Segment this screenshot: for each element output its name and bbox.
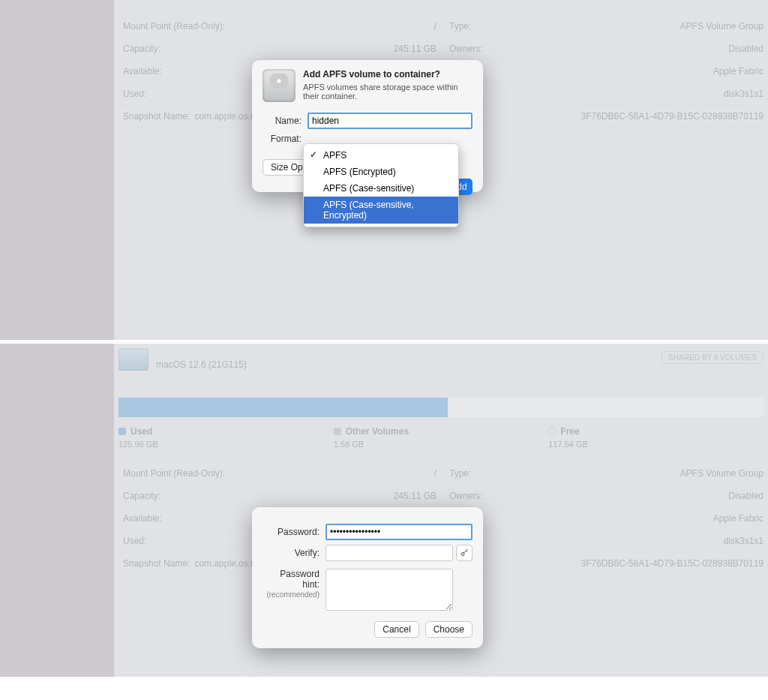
bottom-screenshot: macOS 12.6 (21G115) SHARED BY 6 VOLUMES … [0, 344, 768, 677]
format-label: Format: [262, 134, 308, 144]
device-value: disk3s1s1 [554, 89, 768, 99]
password-input[interactable] [326, 524, 472, 540]
cancel-button[interactable]: Cancel [374, 621, 418, 638]
macos-version: macOS 12.6 (21G115) [156, 359, 247, 370]
snapshot-label-2: Snapshot Name: [123, 558, 190, 569]
dialog-subtitle: APFS volumes share storage space within … [303, 83, 472, 101]
mountpoint-label: Mount Point (Read-Only): [118, 21, 351, 32]
type-label-2: Type: [441, 462, 554, 484]
volume-disk-icon [118, 348, 148, 371]
legend-other-label: Other Volumes [346, 426, 409, 437]
hint-label: Password hint: [262, 569, 320, 590]
owners-label-2: Owners: [441, 485, 554, 506]
mountpoint-value-2: / [351, 468, 441, 479]
key-icon[interactable] [456, 545, 472, 561]
uuid-value: 3F76DB6C-58A1-4D79-B15C-028938B70119 [554, 111, 768, 122]
type-value-2: APFS Volume Group [554, 468, 768, 479]
owners-value: Disabled [554, 44, 768, 54]
capacity-value-2: 245.11 GB [351, 491, 441, 501]
device-value-2: disk3s1s1 [554, 536, 768, 546]
usage-used-segment [118, 398, 448, 417]
password-label: Password: [262, 527, 326, 537]
format-option-apfs-cs-encrypted[interactable]: APFS (Case-sensitive, Encrypted) [304, 197, 458, 224]
format-option-apfs-cs[interactable]: APFS (Case-sensitive) [304, 180, 458, 197]
legend-used-label: Used [130, 426, 152, 437]
mountpoint-label-2: Mount Point (Read-Only): [118, 468, 351, 479]
legend-other-value: 1.58 GB [334, 440, 549, 449]
owners-value-2: Disabled [554, 491, 768, 501]
format-option-apfs-encrypted[interactable]: APFS (Encrypted) [304, 164, 458, 180]
format-dropdown[interactable]: APFS APFS (Encrypted) APFS (Case-sensiti… [303, 143, 459, 227]
verify-label: Verify: [262, 548, 326, 558]
mountpoint-value: / [351, 21, 441, 32]
verify-input[interactable] [326, 545, 453, 561]
snapshot-label: Snapshot Name: [123, 111, 190, 122]
name-label: Name: [262, 116, 308, 126]
connection-value: Apple Fabric [554, 66, 768, 77]
name-input[interactable] [308, 113, 472, 129]
capacity-label-2: Capacity: [118, 491, 351, 501]
legend-free-value: 117.54 GB [548, 440, 764, 449]
hint-textarea[interactable] [326, 569, 453, 611]
shared-by-pill: SHARED BY 6 VOLUMES [662, 351, 764, 364]
usage-legend: Used 125.98 GB Other Volumes 1.58 GB Fre… [118, 426, 764, 449]
capacity-label: Capacity: [118, 44, 351, 54]
connection-value-2: Apple Fabric [554, 513, 768, 524]
legend-free-label: Free [560, 426, 579, 437]
uuid-value-2: 3F76DB6C-58A1-4D79-B15C-028938B70119 [554, 558, 768, 569]
choose-button[interactable]: Choose [425, 621, 472, 638]
password-dialog: Password: Verify: Password hint: (recomm… [252, 507, 483, 648]
dialog-title: Add APFS volume to container? [303, 69, 472, 80]
top-screenshot: Mount Point (Read-Only): / Type: APFS Vo… [0, 0, 768, 340]
format-option-apfs[interactable]: APFS [304, 147, 458, 164]
usage-bar [118, 398, 764, 417]
capacity-value: 245.11 GB [351, 44, 441, 54]
hint-recommended: (recommended) [262, 590, 320, 600]
type-label: Type: [441, 15, 554, 37]
harddrive-icon [262, 69, 296, 102]
type-value: APFS Volume Group [554, 21, 768, 32]
owners-label: Owners: [441, 38, 554, 59]
legend-used-value: 125.98 GB [118, 440, 334, 449]
